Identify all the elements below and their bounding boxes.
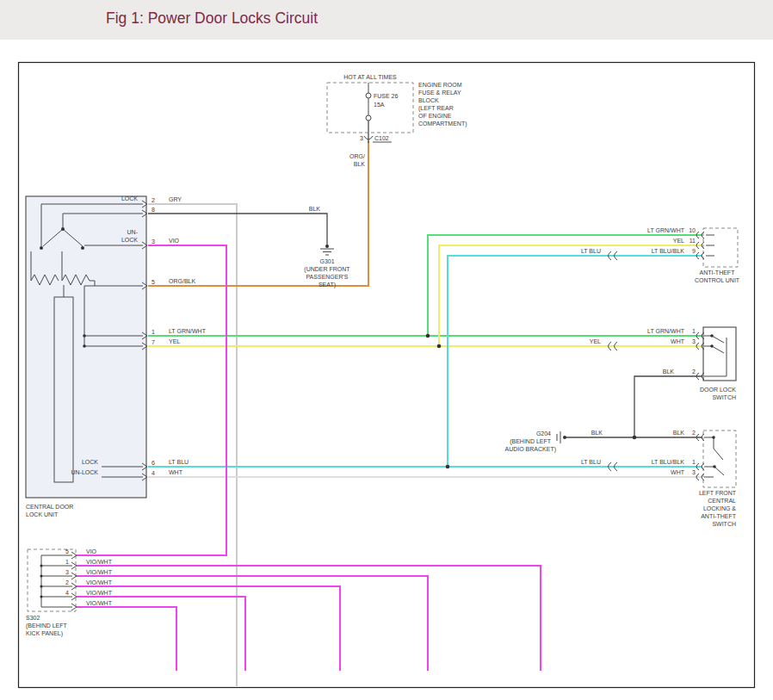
pin-number: 3 [152,238,155,245]
pin-number: 2 [692,430,696,436]
wire-label: WHT [671,469,685,475]
switch-contact-dot [713,465,716,468]
wire-label: VIO [86,548,97,554]
internal-junction-dot [83,344,86,348]
wire-label: VIO [169,238,180,244]
pin-number: 10 [689,227,696,233]
pin-number: 2 [152,197,155,203]
ground-note: (UNDER FRONT [304,266,350,273]
splice-dot [40,574,42,577]
wire-label: VIO/WHT [86,579,113,585]
component-name: DOOR LOCK [700,387,736,393]
door-lock-switch-box [703,327,736,381]
pin-number: 9 [692,248,696,254]
ground-dot [563,436,566,439]
wire-label: YEL [673,238,684,244]
component-name: CENTRAL DOOR [26,504,73,510]
fuse-rating: 15A [374,102,385,108]
switch-contact-dot [40,246,43,250]
wire-label-blk: BLK [354,161,366,167]
fuse-note-line: BLOCK [418,97,439,103]
component-name: ANTI-THEFT [700,269,736,276]
pin-number: 4 [152,470,155,476]
component-name: S302 [26,615,40,621]
switch-contact-dot [712,436,715,439]
internal-junction-dot [83,334,86,338]
pin-number: 6 [152,460,155,466]
connector-id: C102 [374,135,389,141]
hot-label: HOT AT ALL TIMES [343,74,397,80]
pin-number: 3 [692,469,696,475]
splice-dot [40,585,42,587]
pin-number: 3 [65,569,69,575]
pin-number: 5 [152,279,155,285]
wiring-diagram: HOT AT ALL TIMES FUSE 26 15A ENGINE ROOM… [0,0,773,700]
ground-note: SEAT) [318,282,336,288]
wire-label: LT BLU [581,248,601,254]
switch-contact-dot [710,334,714,338]
fuse-note-line: ENGINE ROOM [418,82,462,88]
ground-dot [325,245,329,248]
wire-label: BLK [673,430,685,436]
wire-label: BLK [663,369,675,375]
connector-pin: 3 [360,135,363,141]
wire-label: YEL [169,338,180,344]
wire-label: BLK [309,206,321,212]
wire-label: WHT [671,338,685,344]
pin-number: 7 [152,339,155,345]
fuse-name: FUSE 26 [374,93,399,99]
fuse-note-line: COMPARTMENT) [418,121,467,127]
splice-dot [40,595,42,598]
component-name: CENTRAL [708,498,736,504]
wire-label: LT GRN/WHT [647,227,685,233]
wire-label: ORG/BLK [169,278,195,284]
switch-pivot-dot [61,227,65,231]
pin-number: 5 [65,548,69,554]
component-name: LEFT FRONT [699,490,737,496]
ground-id: G204 [536,431,551,437]
wire-label: LT BLU/BLK [652,248,685,254]
pin-number: 8 [152,207,155,213]
pin-number: 2 [65,579,69,585]
component-note: KICK PANEL) [26,630,63,637]
wire-label: WHT [169,469,183,475]
pin-number: 1 [692,328,696,334]
wire-label: VIO/WHT [86,569,113,575]
pin-number: 11 [690,238,696,244]
wire-label: GRY [169,196,182,202]
component-name: CONTROL UNIT [695,277,740,283]
wire-label: LT GRN/WHT [169,328,207,334]
wire-label: VIO/WHT [86,559,113,565]
wire-label: LT BLU [169,459,189,465]
unlock-label: LOCK [121,237,138,243]
wire-label: VIO/WHT [86,600,113,606]
component-note: (BEHIND LEFT [26,623,68,629]
wire-label: YEL [590,338,601,344]
splice-dot [40,564,42,567]
component-name: SWITCH [712,521,736,527]
unlock-label: UN-LOCK [71,469,98,475]
fuse-note-line: OF ENGINE [418,113,452,119]
component-name: LOCK UNIT [26,511,59,517]
ground-id: G301 [319,258,334,264]
wire-label: LT BLU [581,459,601,465]
pin-number: 1 [65,559,69,565]
wire-label: VIO/WHT [86,590,113,596]
lock-label: LOCK [82,459,98,465]
ground-note: PASSENGER'S [306,274,348,280]
pin-number: 4 [65,590,69,596]
ground-note: (BEHIND LEFT [510,438,552,445]
unlock-label: UN- [127,229,139,235]
lock-label: LOCK [121,195,138,201]
component-name: LOCKING & [703,505,736,511]
pin-number: 3 [692,338,696,344]
switch-contact-dot [710,344,714,348]
component-name: SWITCH [712,394,736,400]
component-name: ANTI-THEFT [701,513,737,519]
ground-note: AUDIO BRACKET) [504,446,556,453]
fuse-note-line: (LEFT REAR [418,105,454,112]
wire-label: LT GRN/WHT [647,328,685,334]
wire-label: BLK [591,430,603,436]
fuse-note-line: FUSE & RELAY [418,90,461,96]
pin-number: 1 [692,459,696,465]
